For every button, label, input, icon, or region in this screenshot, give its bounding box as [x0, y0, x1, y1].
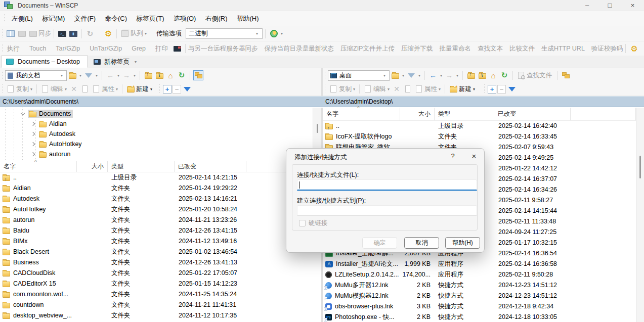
file-row[interactable]: ↗obs-browser-plus.lnk3 KB快捷方式2024-12-18 … [323, 301, 636, 312]
tree-item[interactable]: Documents [0, 109, 313, 119]
file-row[interactable]: Black Desert文件夹2025-01-02 13:46:54 [0, 247, 321, 257]
root-directory-icon[interactable] [154, 70, 164, 80]
file-row[interactable]: Baidu文件夹2024-12-26 13:41:15 [0, 225, 321, 236]
new-button[interactable]: 新建 [459, 85, 471, 94]
file-row[interactable]: ..上级目录2025-02-14 16:42:40 [323, 121, 636, 131]
tree-item[interactable]: Autodesk [0, 129, 313, 139]
parent-directory-icon[interactable] [143, 70, 153, 80]
file-row[interactable]: AutoHotkey文件夹2025-01-20 10:58:24 [0, 204, 321, 215]
customize-gear-icon[interactable]: ⚙ [629, 43, 639, 54]
transfer-mode-select[interactable]: 二进制 ▾ [186, 28, 263, 39]
file-row[interactable]: com.moonton.wof...文件夹2024-11-25 14:35:24 [0, 289, 321, 300]
menu-item[interactable]: 选项(O) [169, 14, 201, 23]
file-row[interactable]: Installer_迅捷AI论文...1,999 KB应用程序2025-02-1… [323, 259, 636, 269]
file-row[interactable]: desktop_webview_...文件夹2024-11-12 10:17:3… [0, 310, 321, 321]
file-row[interactable]: ↗MuMu多开器12.lnk2 KB快捷方式2024-12-23 14:51:1… [323, 280, 636, 291]
panel-split-icon[interactable] [6, 29, 16, 39]
remote-monitor-icon[interactable] [172, 43, 182, 54]
open-directory-icon[interactable] [67, 70, 77, 80]
chevron-right-icon[interactable] [31, 122, 35, 126]
back-icon[interactable]: ← [428, 70, 438, 80]
chevron-right-icon[interactable] [31, 152, 35, 156]
selection-filter-icon[interactable] [507, 84, 517, 94]
select-files-icon[interactable]: + [488, 85, 496, 94]
selection-filter-icon[interactable] [182, 84, 192, 94]
column-header-size[interactable]: 大小 [400, 108, 435, 120]
panel-splitter[interactable] [321, 68, 323, 96]
cancel-button[interactable]: 取消 [404, 237, 439, 249]
console-icon[interactable]: >_ [57, 29, 67, 39]
menu-item[interactable]: 文件(F) [69, 14, 100, 23]
file-row[interactable]: countdown文件夹2024-11-21 11:41:31 [0, 300, 321, 310]
file-row[interactable]: BIMx文件夹2024-11-12 13:49:16 [0, 236, 321, 247]
help-button[interactable]: 帮助(H) [445, 237, 480, 249]
right-list-scrollbar[interactable] [636, 108, 644, 322]
open-directory-icon[interactable] [390, 70, 400, 80]
column-header-size[interactable]: 大小 [77, 161, 108, 172]
file-row[interactable]: CADEditorX 15文件夹2025-01-15 14:12:23 [0, 279, 321, 289]
chevron-right-icon[interactable] [31, 132, 35, 136]
unselect-files-icon[interactable]: − [173, 85, 181, 94]
menu-item[interactable]: 右侧(R) [200, 14, 232, 23]
file-fill-cell [571, 269, 636, 280]
right-path[interactable]: C:\Users\admin\Desktop\ [325, 98, 393, 105]
column-header-type[interactable]: 类型 [435, 108, 494, 120]
menu-item[interactable]: 左侧(L) [7, 14, 37, 23]
link-file-input[interactable] [297, 179, 477, 191]
tab-documents-desktop[interactable]: Documents – Desktop [2, 55, 88, 68]
right-drive-select[interactable]: 桌面 ▾ [328, 70, 390, 81]
new-tab-button[interactable]: 新标签页 ▾ [88, 58, 143, 68]
file-row[interactable]: ..上级目录2025-02-14 14:21:15 [0, 172, 321, 183]
preferences-gear-icon[interactable]: ⚙ [103, 29, 113, 39]
column-header-name[interactable]: 名字 [0, 161, 77, 172]
dialog-close-icon[interactable]: × [467, 150, 481, 162]
menu-item[interactable]: 命令(C) [100, 14, 132, 23]
file-row[interactable]: Aidian文件夹2025-01-24 19:29:22 [0, 183, 321, 194]
home-directory-icon[interactable]: ⌂ [488, 70, 498, 80]
refresh-icon[interactable]: ↻ [499, 70, 509, 80]
new-button[interactable]: 新建 [136, 85, 149, 94]
dialog-help-icon[interactable]: ? [446, 150, 459, 162]
minimize-button[interactable]: – [576, 0, 598, 11]
chevron-right-icon[interactable] [31, 142, 35, 146]
tree-toggle-button[interactable] [561, 70, 571, 80]
tree-item[interactable]: autorun [0, 149, 313, 159]
root-directory-icon[interactable] [477, 70, 487, 80]
file-row[interactable]: Business文件夹2024-12-26 13:41:13 [0, 257, 321, 268]
chevron-down-icon[interactable] [21, 111, 25, 115]
site-globe-icon[interactable] [269, 29, 279, 39]
filter-icon[interactable] [83, 70, 94, 80]
file-row[interactable]: ↗MuMu模拟器12.lnk2 KB快捷方式2024-12-23 14:51:1… [323, 291, 636, 301]
tree-toggle-button[interactable] [193, 70, 203, 80]
menu-item[interactable]: 帮助(H) [232, 14, 263, 23]
open-terminal-icon[interactable]: ▮ [68, 29, 78, 39]
select-files-icon[interactable]: + [163, 85, 171, 94]
tree-item[interactable]: AutoHotkey [0, 139, 313, 149]
close-button[interactable]: × [621, 0, 644, 11]
parent-directory-icon[interactable] [466, 70, 476, 80]
column-header-changed[interactable]: 已改变 [175, 161, 246, 172]
refresh-icon[interactable]: ↻ [177, 70, 187, 80]
file-row[interactable]: IcoFX-提取软件logo文件夹2025-02-14 16:33:45 [323, 131, 636, 142]
unselect-files-icon[interactable]: − [497, 85, 506, 94]
file-row[interactable]: ↗Photoshop.exe - 快...2 KB快捷方式2024-12-18 … [323, 312, 636, 322]
file-row[interactable]: autorun文件夹2024-11-21 13:23:26 [0, 215, 321, 225]
column-header-name[interactable]: 名字 [323, 108, 400, 120]
filter-icon[interactable] [406, 70, 416, 80]
tree-scrollbar-thumb[interactable] [317, 124, 318, 133]
left-drive-select[interactable]: 我的文档 ▾ [5, 70, 67, 81]
link-target-input[interactable] [297, 205, 477, 215]
menu-item[interactable]: 标记(M) [37, 14, 70, 23]
tree-item[interactable]: Aidian [0, 119, 313, 129]
column-header-changed[interactable]: 已改变 [494, 108, 571, 120]
menu-item[interactable]: 标签页(T) [132, 14, 169, 23]
left-path[interactable]: C:\Users\admin\Documents\ [3, 98, 78, 105]
home-directory-icon[interactable]: ⌂ [165, 70, 176, 80]
file-row[interactable]: LZLiteSetup.2.0.14.2...174,200...应用程序202… [323, 269, 636, 280]
properties-button: 属性 [424, 85, 437, 94]
file-row[interactable]: CADCloudDisk文件夹2025-01-22 17:05:07 [0, 268, 321, 279]
maximize-button[interactable]: □ [598, 0, 621, 11]
right-list-scrollbar-thumb[interactable] [639, 156, 641, 178]
file-row[interactable]: Autodesk文件夹2025-02-13 14:16:21 [0, 194, 321, 204]
column-header-type[interactable]: 类型 [108, 161, 175, 172]
